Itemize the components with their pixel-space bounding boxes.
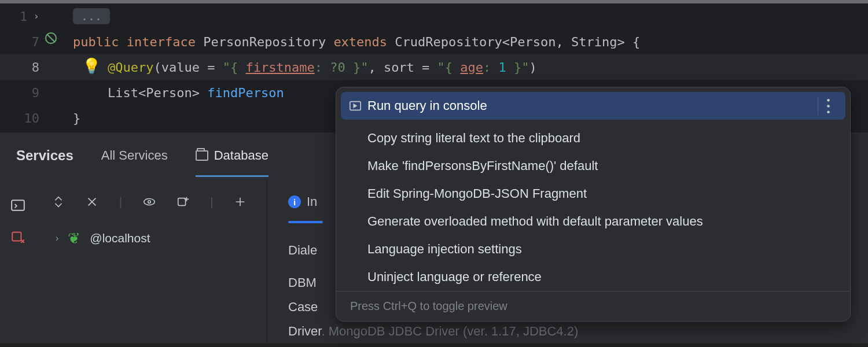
gutter-10[interactable]: 10 bbox=[0, 111, 54, 125]
intention-actions-menu: Run query in console Copy string literal… bbox=[336, 87, 851, 322]
menu-item-label: Edit Spring-MongoDB-JSON Fragment bbox=[367, 186, 587, 201]
svg-point-6 bbox=[827, 98, 830, 101]
keyword-public: public bbox=[73, 35, 119, 49]
chevron-right-icon[interactable]: › bbox=[56, 233, 58, 243]
add-icon[interactable] bbox=[234, 195, 247, 208]
fold-chevron-icon[interactable]: › bbox=[33, 10, 39, 22]
menu-item-label: Run query in console bbox=[367, 98, 487, 113]
menu-item-more-button[interactable] bbox=[818, 97, 838, 115]
menu-item-injection-settings[interactable]: Language injection settings bbox=[336, 235, 850, 263]
new-session-icon[interactable] bbox=[176, 195, 189, 208]
active-subtab-underline bbox=[288, 221, 323, 223]
svg-point-2 bbox=[144, 199, 155, 205]
keyword-interface: interface bbox=[127, 35, 196, 49]
menu-item-edit-fragment[interactable]: Edit Spring-MongoDB-JSON Fragment bbox=[336, 180, 850, 208]
svg-rect-1 bbox=[12, 232, 21, 241]
tab-database-label: Database bbox=[214, 148, 269, 163]
tree-item-localhost[interactable]: › ❦ @localhost bbox=[36, 226, 267, 251]
menu-item-label: Generate overloaded method with default … bbox=[367, 214, 703, 229]
class-name: PersonRepository bbox=[203, 35, 326, 49]
menu-item-make-default[interactable]: Make 'findPersonsByFirstName()' default bbox=[336, 152, 850, 180]
gutter-7[interactable]: 7 bbox=[0, 35, 54, 49]
expand-collapse-icon[interactable] bbox=[52, 195, 65, 208]
show-hidden-icon[interactable] bbox=[143, 195, 156, 208]
query-field-age: age bbox=[460, 60, 483, 75]
code-line-7[interactable]: 7 public interface PersonRepository exte… bbox=[0, 29, 868, 54]
menu-item-label: Uninject language or reference bbox=[367, 270, 542, 285]
menu-item-uninject[interactable]: Uninject language or reference bbox=[336, 263, 850, 291]
run-console-icon bbox=[349, 99, 362, 112]
info-label: In bbox=[307, 194, 317, 209]
services-tree-pane: | | › ❦ @localhost bbox=[36, 178, 267, 344]
tab-database[interactable]: Database bbox=[196, 148, 269, 163]
close-icon[interactable] bbox=[86, 195, 98, 208]
menu-item-label: Make 'findPersonsByFirstName()' default bbox=[367, 158, 598, 174]
line-number: 8 bbox=[32, 60, 39, 75]
keyword-extends: extends bbox=[333, 35, 387, 49]
menu-item-run-query[interactable]: Run query in console bbox=[341, 92, 845, 120]
services-title: Services bbox=[16, 147, 73, 164]
return-type: List<Person> bbox=[108, 86, 200, 100]
query-field-firstname: firstname bbox=[245, 60, 314, 75]
detail-driver-value: . MongoDB JDBC Driver (ver. 1.17, JDBC4.… bbox=[321, 324, 578, 338]
detail-driver-label: Driver bbox=[288, 324, 321, 338]
line-number: 9 bbox=[32, 86, 39, 100]
gutter-8[interactable]: 8 bbox=[0, 60, 54, 75]
menu-item-generate-overload[interactable]: Generate overloaded method with default … bbox=[336, 208, 850, 235]
folded-code-hint[interactable]: ... bbox=[73, 8, 110, 24]
line-number: 7 bbox=[32, 35, 39, 49]
svg-point-8 bbox=[827, 110, 830, 113]
datasource-disconnect-icon[interactable] bbox=[10, 229, 25, 244]
folder-icon bbox=[196, 150, 208, 161]
menu-item-copy-literal[interactable]: Copy string literal text to the clipboar… bbox=[336, 124, 850, 152]
super-type: CrudRepository bbox=[395, 35, 502, 49]
method-name: findPerson bbox=[207, 86, 284, 100]
menu-item-label: Copy string literal text to the clipboar… bbox=[367, 131, 580, 146]
svg-point-7 bbox=[827, 105, 830, 108]
gutter-9[interactable]: 9 bbox=[0, 86, 54, 100]
menu-footer-hint: Press Ctrl+Q to toggle preview bbox=[336, 291, 850, 321]
active-tab-underline bbox=[196, 175, 269, 177]
tab-all-services[interactable]: All Services bbox=[101, 148, 168, 163]
tool-rail bbox=[0, 178, 36, 344]
svg-point-3 bbox=[148, 201, 151, 204]
kebab-icon bbox=[818, 96, 838, 116]
gutter-1[interactable]: 1 › bbox=[0, 9, 54, 24]
svg-rect-0 bbox=[12, 200, 24, 210]
annotation: @Query bbox=[108, 60, 153, 75]
menu-item-label: Language injection settings bbox=[367, 242, 522, 257]
intention-bulb-icon[interactable]: 💡 bbox=[82, 57, 101, 75]
console-icon[interactable] bbox=[10, 198, 25, 213]
line-number: 10 bbox=[24, 111, 40, 125]
svg-rect-4 bbox=[178, 198, 186, 206]
info-icon: i bbox=[288, 195, 301, 208]
code-line-1[interactable]: 1 › ... bbox=[0, 3, 868, 29]
tree-toolbar: | | bbox=[36, 189, 267, 215]
code-line-8[interactable]: 8 💡 @Query ( value = "{ firstname : ?0 }… bbox=[0, 54, 868, 80]
line-number: 1 bbox=[20, 9, 27, 24]
tree-item-label: @localhost bbox=[90, 231, 150, 245]
